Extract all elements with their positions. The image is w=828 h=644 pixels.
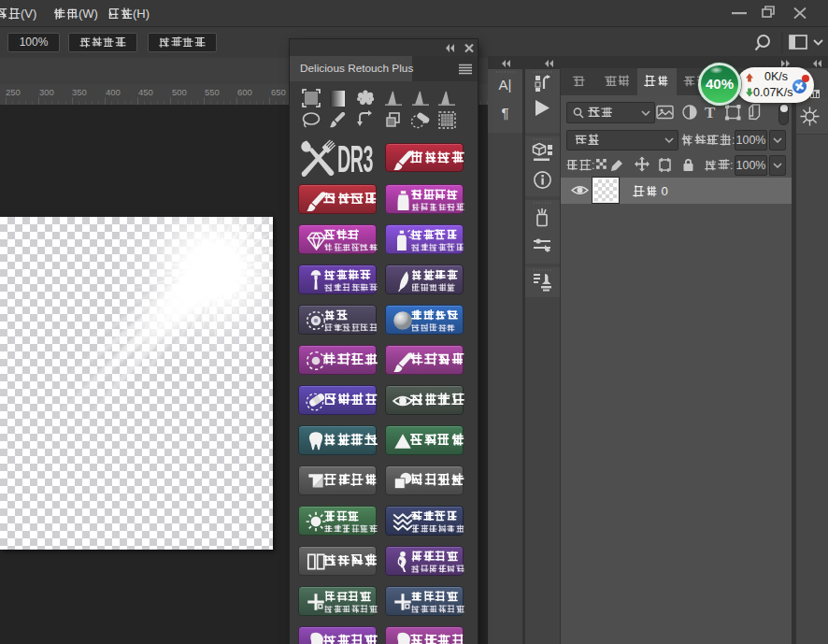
svg-text:T: T <box>705 104 716 122</box>
